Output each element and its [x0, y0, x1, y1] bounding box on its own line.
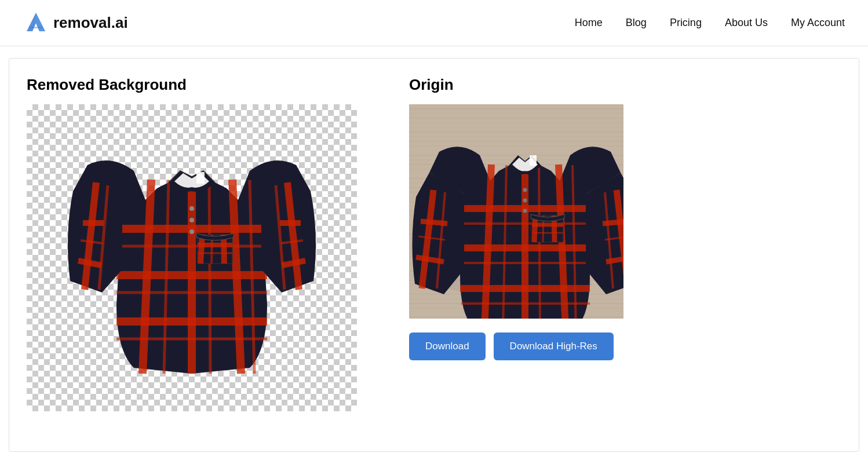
download-highres-button[interactable]: Download High-Res — [494, 332, 614, 360]
download-button[interactable]: Download — [409, 332, 486, 360]
nav-pricing[interactable]: Pricing — [670, 17, 702, 29]
shirt-transparent-layer — [27, 104, 357, 411]
nav-account[interactable]: My Account — [791, 17, 845, 29]
removed-bg-title: Removed Background — [27, 76, 386, 94]
origin-title: Origin — [409, 76, 841, 94]
nav-home[interactable]: Home — [575, 17, 603, 29]
logo-text: removal.ai — [53, 14, 128, 32]
origin-image-area — [409, 104, 623, 319]
svg-point-70 — [523, 188, 527, 192]
svg-rect-32 — [196, 172, 205, 184]
right-panel: Origin — [409, 76, 841, 434]
removed-bg-image-area — [27, 104, 357, 411]
svg-line-60 — [603, 221, 623, 224]
svg-line-55 — [421, 221, 447, 224]
svg-point-31 — [189, 229, 194, 234]
svg-point-72 — [523, 209, 527, 213]
nav-about[interactable]: About Us — [725, 17, 768, 29]
action-buttons: Download Download High-Res — [409, 332, 841, 360]
svg-rect-69 — [530, 155, 537, 166]
svg-point-29 — [189, 206, 194, 211]
svg-point-71 — [523, 199, 527, 203]
logo[interactable]: removal.ai — [23, 10, 128, 36]
origin-image-svg — [409, 104, 623, 319]
nav-blog[interactable]: Blog — [626, 17, 647, 29]
shirt-svg — [53, 119, 331, 397]
main-content: Removed Background — [9, 58, 859, 452]
main-nav: Home Blog Pricing About Us My Account — [575, 17, 845, 29]
svg-point-30 — [189, 218, 194, 222]
svg-rect-0 — [29, 27, 43, 28]
logo-icon — [23, 10, 49, 36]
header: removal.ai Home Blog Pricing About Us My… — [0, 0, 868, 46]
left-panel: Removed Background — [27, 76, 386, 434]
